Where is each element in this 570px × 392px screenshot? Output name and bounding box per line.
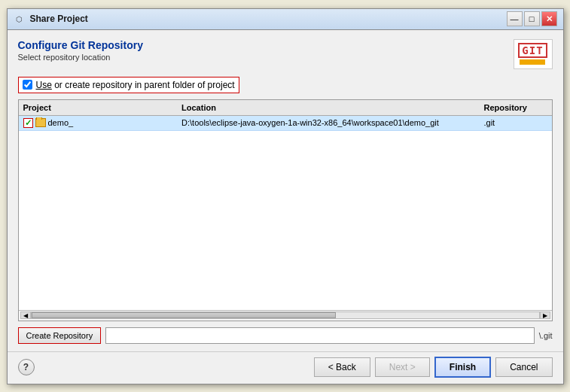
git-yellow-bar — [520, 59, 545, 65]
use-parent-folder-checkbox[interactable] — [23, 80, 32, 90]
column-header-location: Location — [177, 102, 479, 113]
table-body: ✓ demo_ D:\tools\eclipse-java-oxygen-1a-… — [19, 116, 552, 310]
project-name: demo_ — [48, 118, 74, 127]
header-area: Configure Git Repository Select reposito… — [18, 39, 553, 69]
cancel-button[interactable]: Cancel — [495, 357, 552, 377]
use-parent-folder-checkbox-row: Use or create repository in parent folde… — [18, 77, 239, 93]
title-bar: ⬡ Share Project — □ ✕ — [8, 9, 563, 30]
git-text: GIT — [518, 43, 547, 59]
git-logo-inner: GIT — [518, 43, 547, 65]
table-header: Project Location Repository — [19, 100, 552, 116]
title-bar-buttons: — □ ✕ — [507, 11, 557, 26]
location-cell: D:\tools\eclipse-java-oxygen-1a-win32-x8… — [177, 117, 479, 128]
footer-buttons: < Back Next > Finish Cancel — [314, 357, 553, 378]
help-button[interactable]: ? — [18, 359, 35, 375]
dialog-subtitle: Select repository location — [18, 53, 506, 62]
projects-table: Project Location Repository ✓ demo_ D:\t… — [18, 99, 553, 321]
git-logo: GIT — [514, 39, 553, 69]
header-text: Configure Git Repository Select reposito… — [18, 39, 506, 62]
scrollbar-thumb[interactable] — [32, 312, 336, 318]
scroll-right-arrow[interactable]: ▶ — [540, 311, 550, 319]
scrollbar-track[interactable] — [31, 311, 540, 319]
table-row[interactable]: ✓ demo_ D:\tools\eclipse-java-oxygen-1a-… — [19, 116, 552, 131]
repository-cell: .git — [480, 117, 552, 128]
main-window: ⬡ Share Project — □ ✕ Configure Git Repo… — [7, 8, 564, 384]
column-header-repository: Repository — [480, 102, 552, 113]
git-suffix-label: \.git — [539, 331, 553, 340]
bottom-row: Create Repository \.git — [18, 327, 553, 344]
finish-button[interactable]: Finish — [434, 357, 491, 378]
column-header-project: Project — [19, 102, 178, 113]
content-area: Configure Git Repository Select reposito… — [8, 30, 563, 351]
create-repository-button[interactable]: Create Repository — [18, 327, 102, 344]
checkbox-label: Use or create repository in parent folde… — [36, 80, 235, 90]
project-cell: ✓ demo_ — [19, 117, 178, 129]
next-button[interactable]: Next > — [375, 357, 430, 377]
minimize-button[interactable]: — — [507, 11, 523, 26]
horizontal-scrollbar[interactable]: ◀ ▶ — [19, 310, 552, 321]
back-button[interactable]: < Back — [314, 357, 370, 377]
window-icon: ⬡ — [14, 13, 26, 25]
close-button[interactable]: ✕ — [541, 11, 557, 26]
maximize-button[interactable]: □ — [524, 11, 540, 26]
use-underline: Use — [36, 80, 52, 90]
row-checkbox[interactable]: ✓ — [23, 118, 33, 128]
repository-path-input[interactable] — [105, 327, 535, 344]
window-title: Share Project — [30, 14, 507, 24]
scroll-left-arrow[interactable]: ◀ — [20, 311, 31, 319]
dialog-title: Configure Git Repository — [18, 39, 506, 51]
folder-icon — [35, 118, 46, 127]
footer: ? < Back Next > Finish Cancel — [8, 351, 563, 384]
